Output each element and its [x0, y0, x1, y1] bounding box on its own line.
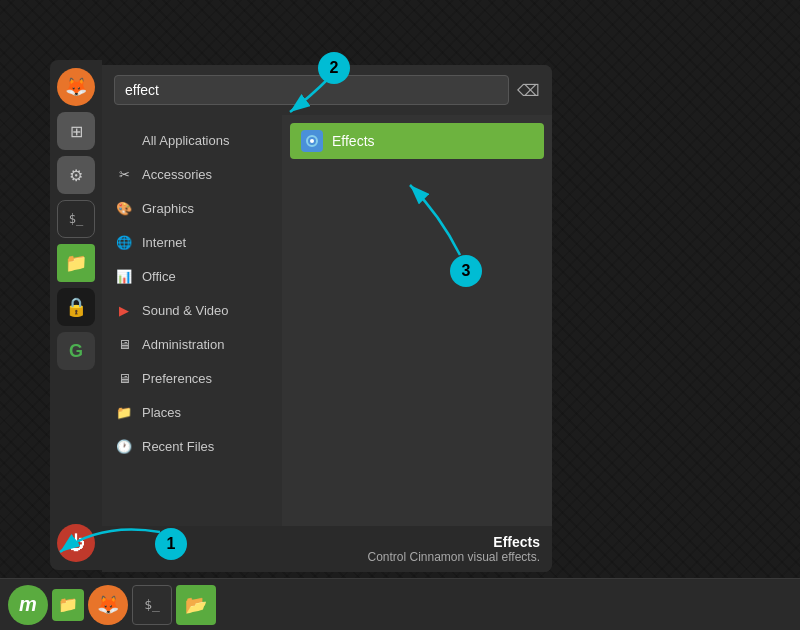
category-graphics[interactable]: 🎨 Graphics — [102, 191, 282, 225]
category-places[interactable]: 📁 Places — [102, 395, 282, 429]
category-preferences-label: Preferences — [142, 371, 212, 386]
category-all[interactable]: All Applications — [102, 123, 282, 157]
categories-list: All Applications ✂ Accessories 🎨 Graphic… — [102, 115, 282, 526]
lock-icon: 🔒 — [65, 296, 87, 318]
files-button[interactable]: 📁 — [52, 589, 84, 621]
apps-panel: Effects — [282, 115, 552, 526]
preferences-icon: 🖥 — [114, 368, 134, 388]
app-effects-label: Effects — [332, 133, 375, 149]
places-icon: 📁 — [114, 402, 134, 422]
category-internet-label: Internet — [142, 235, 186, 250]
all-apps-icon — [114, 130, 134, 150]
grammarly-icon: G — [69, 341, 83, 362]
internet-icon: 🌐 — [114, 232, 134, 252]
menu-content: All Applications ✂ Accessories 🎨 Graphic… — [102, 115, 552, 526]
category-office[interactable]: 📊 Office — [102, 259, 282, 293]
category-internet[interactable]: 🌐 Internet — [102, 225, 282, 259]
apps-grid-icon: ⊞ — [70, 122, 83, 141]
administration-icon: 🖥 — [114, 334, 134, 354]
sidebar-toggle[interactable]: ⚙ — [57, 156, 95, 194]
sidebar-apps[interactable]: ⊞ — [57, 112, 95, 150]
app-effects[interactable]: Effects — [290, 123, 544, 159]
search-input[interactable] — [114, 75, 509, 105]
graphics-icon: 🎨 — [114, 198, 134, 218]
sound-video-icon: ▶ — [114, 300, 134, 320]
category-accessories[interactable]: ✂ Accessories — [102, 157, 282, 191]
effects-icon — [300, 129, 324, 153]
category-office-label: Office — [142, 269, 176, 284]
category-recent-label: Recent Files — [142, 439, 214, 454]
office-icon: 📊 — [114, 266, 134, 286]
terminal-button[interactable]: $_ — [132, 585, 172, 625]
power-icon: ⏻ — [67, 533, 85, 554]
category-sound-video[interactable]: ▶ Sound & Video — [102, 293, 282, 327]
category-recent[interactable]: 🕐 Recent Files — [102, 429, 282, 463]
category-administration-label: Administration — [142, 337, 224, 352]
category-administration[interactable]: 🖥 Administration — [102, 327, 282, 361]
mint-menu-button[interactable]: m — [8, 585, 48, 625]
sidebar: 🦊 ⊞ ⚙ $_ 📁 🔒 G ⏻ — [50, 60, 102, 570]
menu-panel: ⌫ All Applications ✂ Accessories 🎨 Graph… — [102, 65, 552, 572]
search-clear-button[interactable]: ⌫ — [517, 81, 540, 100]
firefox-icon: 🦊 — [65, 76, 87, 98]
category-places-label: Places — [142, 405, 181, 420]
folder-icon: 📁 — [65, 252, 87, 274]
category-all-label: All Applications — [142, 133, 229, 148]
sidebar-folder[interactable]: 📁 — [57, 244, 95, 282]
sidebar-firefox[interactable]: 🦊 — [57, 68, 95, 106]
annotation-1: 1 — [155, 528, 187, 560]
sidebar-terminal[interactable]: $_ — [57, 200, 95, 238]
terminal-icon: $_ — [69, 212, 83, 226]
category-accessories-label: Accessories — [142, 167, 212, 182]
category-preferences[interactable]: 🖥 Preferences — [102, 361, 282, 395]
recent-icon: 🕐 — [114, 436, 134, 456]
sidebar-lock[interactable]: 🔒 — [57, 288, 95, 326]
sidebar-power[interactable]: ⏻ — [57, 524, 95, 562]
category-graphics-label: Graphics — [142, 201, 194, 216]
sidebar-grammarly[interactable]: G — [57, 332, 95, 370]
annotation-3: 3 — [450, 255, 482, 287]
firefox-button[interactable]: 🦊 — [88, 585, 128, 625]
category-sound-video-label: Sound & Video — [142, 303, 229, 318]
folder-button[interactable]: 📂 — [176, 585, 216, 625]
taskbar: m 📁 🦊 $_ 📂 — [0, 578, 800, 630]
svg-point-2 — [310, 139, 314, 143]
annotation-2: 2 — [318, 52, 350, 84]
toggle-icon: ⚙ — [69, 166, 83, 185]
accessories-icon: ✂ — [114, 164, 134, 184]
